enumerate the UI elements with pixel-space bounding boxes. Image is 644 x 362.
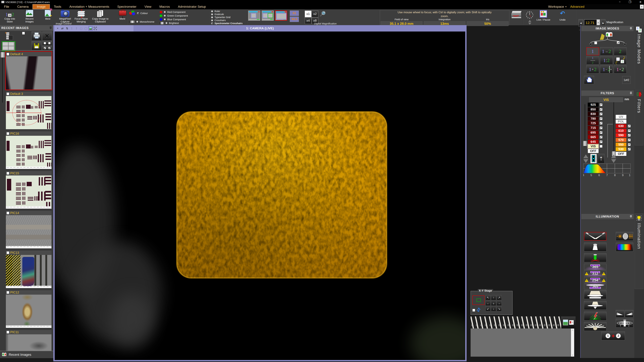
pan-hand-button[interactable] [584, 76, 594, 84]
delete-image-button[interactable]: ✕ [42, 31, 52, 40]
filter-checkbox[interactable]: ✔ [600, 140, 602, 143]
radio-icon[interactable] [211, 10, 213, 12]
copy-image-to-clipboard-button[interactable]: Copy Image toClipboard [90, 10, 110, 23]
recent-image-pic11[interactable]: PIC11 [6, 330, 52, 351]
ir-filter-slider-thumb[interactable] [583, 141, 587, 146]
option-colour[interactable]: Colour [129, 10, 148, 15]
filter-down-icon[interactable] [583, 159, 588, 163]
mode-subtract-button[interactable]: 1−2▼ [600, 65, 613, 73]
filter-830-button[interactable]: 830 [588, 112, 599, 116]
thumbnail-image[interactable] [6, 215, 52, 248]
stage-swap-icon[interactable]: ⇅ [475, 306, 482, 313]
polarizer-button[interactable] [616, 232, 633, 241]
radio-icon[interactable] [211, 19, 213, 21]
option-spectrometer-crosshairs[interactable]: Spectrometer Crosshairs [211, 22, 242, 25]
mode-2-button[interactable]: 2 [614, 47, 626, 55]
option-graticule[interactable]: Graticule [211, 13, 224, 15]
menu-item-spectrometer[interactable]: Spectrometer [113, 4, 140, 9]
thumbnail-checkbox[interactable] [6, 251, 9, 254]
timer-icon[interactable] [525, 10, 534, 19]
filter-850-button[interactable]: 850 [588, 107, 599, 112]
store-checkbox[interactable] [22, 32, 25, 34]
link-filters-button[interactable] [590, 154, 597, 163]
spot-light-button[interactable] [584, 243, 606, 251]
filter-570-button[interactable]: 570 [616, 138, 626, 142]
best-button[interactable]: ✻✦Best [40, 10, 55, 20]
filter-checkbox[interactable]: ✔ [628, 148, 630, 150]
stage-arrow-button[interactable]: ← [486, 301, 490, 306]
filter-up-icon[interactable] [611, 155, 616, 158]
stage-arrow-button[interactable]: ↑ [491, 295, 496, 300]
option-crosshairs[interactable]: Crosshairs [211, 19, 226, 22]
scale-x1-button[interactable]: X1 [290, 10, 299, 16]
recent-image-pic12[interactable]: PIC12 [6, 290, 52, 328]
capture-overview-icon[interactable] [563, 320, 568, 325]
uv-312-button[interactable]: 312 [584, 271, 606, 277]
filter-down-icon[interactable] [611, 159, 616, 163]
link-checked-button[interactable]: ✔--✔ [42, 46, 52, 50]
timer-up-icon[interactable] [528, 20, 531, 22]
option-blue-component[interactable]: Blue Component [160, 18, 186, 21]
panorama-preview[interactable] [470, 329, 571, 357]
filter-695-button[interactable]: 695 [588, 130, 599, 135]
layout-dual-sub-window-button[interactable] [262, 10, 274, 21]
thumbnail-image[interactable] [6, 136, 52, 169]
mode-dropdown-icon[interactable]: ▼ [609, 66, 612, 73]
side-light-right-button[interactable] [625, 310, 633, 318]
mode-split-button[interactable]: 1¦2 [600, 56, 613, 64]
filter-725-button[interactable]: 725 [588, 121, 599, 125]
stage-arrow-button[interactable]: ↙ [486, 306, 490, 311]
filter-checkbox[interactable]: ✔ [600, 122, 602, 124]
stage-arrow-button[interactable]: ↗ [496, 295, 502, 300]
stage-arrow-button[interactable]: ↖ [486, 295, 490, 300]
filter-780-button[interactable]: 780 [588, 116, 599, 121]
stitch-icon[interactable] [569, 320, 574, 325]
pin-icon[interactable] [49, 26, 52, 29]
filter-checkbox[interactable]: ✔ [600, 126, 602, 129]
thumbnail-checkbox[interactable] [6, 172, 9, 175]
recent-images-tab[interactable]: Recent Images [0, 351, 53, 358]
undo-button[interactable]: ↶ [559, 10, 566, 17]
scroll-up-icon[interactable]: ∧ [571, 329, 574, 331]
filter-checkbox[interactable]: ✔ [600, 131, 602, 134]
step-filter-button[interactable]: ⇡ [598, 154, 604, 163]
thumbnail-checkbox[interactable] [6, 331, 9, 334]
option-brightest[interactable]: Brightest [160, 22, 179, 24]
vsc-device-icon[interactable] [511, 11, 522, 18]
recent-image-pic14[interactable]: PIC14 [6, 211, 52, 248]
stage-arrow-button[interactable]: ↓ [491, 306, 496, 311]
radio-icon[interactable] [164, 18, 166, 20]
maximize-button[interactable]: ❐ [629, 0, 631, 4]
menu-item-camera[interactable]: Camera [13, 4, 33, 9]
tab-filters[interactable]: Filters [634, 90, 643, 145]
filter-645-button[interactable]: 645 [588, 140, 599, 144]
menu-item-view[interactable]: View [140, 4, 156, 9]
option-ruler[interactable]: Ruler [211, 10, 220, 12]
mode-1-to-2-button[interactable]: 1→2 [600, 47, 613, 55]
filter-925-button[interactable]: 925 [588, 103, 599, 107]
dual-lamps-button[interactable]: 1+2 [602, 332, 625, 340]
layout-single-sub-window-button[interactable] [248, 10, 260, 21]
radio-icon[interactable] [164, 14, 166, 17]
minimize-button[interactable]: − [619, 0, 621, 4]
radio-icon[interactable] [211, 13, 213, 15]
vis-filter-slider-track[interactable] [614, 102, 614, 158]
menu-item-annotation-measurements[interactable]: Annotation + Measurements [65, 4, 113, 9]
transmitted-flood-button[interactable] [584, 290, 606, 299]
pin-icon[interactable] [630, 215, 632, 218]
mode-add-button[interactable]: 1+2 [586, 65, 599, 73]
thumbnail-image[interactable] [6, 56, 52, 89]
filter-uv-button[interactable]: UV [616, 115, 626, 119]
thumbnail-checkbox[interactable] [6, 92, 9, 95]
workspace-combo[interactable]: Advanced ▼ [568, 4, 644, 9]
radio-icon[interactable] [165, 22, 168, 24]
camera-viewport[interactable] [55, 31, 465, 360]
thumbnail-checkbox[interactable] [6, 53, 9, 55]
digital-mag-x2-button[interactable]: x2 [312, 10, 318, 17]
uv-365-transmitted-button[interactable]: 365 [584, 284, 606, 289]
thumbnail-checkbox[interactable] [6, 212, 9, 214]
tab-image-modes[interactable]: 12 Image Modes [634, 25, 643, 89]
filter-610-button[interactable]: 610 [616, 129, 626, 133]
stage-position-map[interactable] [472, 296, 484, 305]
raking-light-button[interactable] [584, 322, 606, 331]
